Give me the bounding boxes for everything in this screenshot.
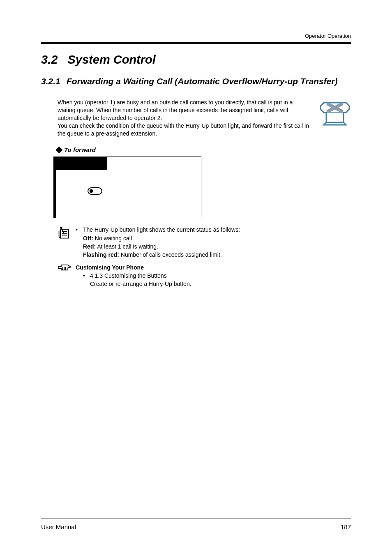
notes-content: • The Hurry-Up button light shows the cu… <box>76 226 240 259</box>
section-heading: 3.2 System Control <box>41 53 351 67</box>
flow-diagram <box>53 157 201 218</box>
bullet-icon: • <box>76 226 78 234</box>
customising-content: Customising Your Phone • 4.1.3 Customisi… <box>76 263 191 288</box>
footer-doc-title: User Manual <box>41 523 76 530</box>
page-category: Operator Operation <box>41 33 351 39</box>
flow-header-block <box>54 157 107 170</box>
procedure-heading: To forward <box>57 146 351 153</box>
status-red-label: Red: <box>83 243 96 250</box>
status-off: Off: No waiting call <box>83 234 240 242</box>
subsection-heading: 3.2.1Forwarding a Waiting Call (Automati… <box>41 76 351 86</box>
notes-lead: The Hurry-Up button light shows the curr… <box>83 226 240 234</box>
phone-illustration-icon <box>318 99 351 129</box>
customising-title: Customising Your Phone <box>76 263 191 272</box>
page-footer: User Manual 187 <box>41 518 351 530</box>
section-title: System Control <box>68 53 156 66</box>
status-off-label: Off: <box>83 235 93 242</box>
header-rule <box>41 42 351 44</box>
status-off-text: No waiting call <box>93 235 132 242</box>
customising-desc: Create or re-arrange a Hurry-Up button. <box>90 280 191 288</box>
intro-paragraph: When you (operator 1) are busy and an ou… <box>58 99 318 137</box>
subsection-number: 3.2.1 <box>41 76 67 86</box>
svg-line-6 <box>61 228 64 234</box>
status-red: Red: At least 1 call is waiting. <box>83 242 240 251</box>
bullet-icon: • <box>83 272 85 288</box>
procedure-heading-text: To forward <box>64 146 96 153</box>
footer-page-number: 187 <box>341 523 351 530</box>
diamond-bullet-icon <box>56 146 63 153</box>
status-flashing-text: Number of calls exceeds assigned limit. <box>119 251 222 258</box>
status-red-text: At least 1 call is waiting. <box>96 243 158 250</box>
button-icon <box>88 187 102 195</box>
section-number: 3.2 <box>41 53 58 66</box>
pointing-hand-icon <box>58 263 76 288</box>
status-flashing: Flashing red: Number of calls exceeds as… <box>83 251 240 259</box>
subsection-title: Forwarding a Waiting Call (Automatic Ove… <box>67 76 338 86</box>
customising-ref: 4.1.3 Customising the Buttons <box>90 272 191 280</box>
footer-rule <box>41 518 351 518</box>
pencil-note-icon <box>58 226 76 259</box>
status-flashing-label: Flashing red: <box>83 251 119 258</box>
